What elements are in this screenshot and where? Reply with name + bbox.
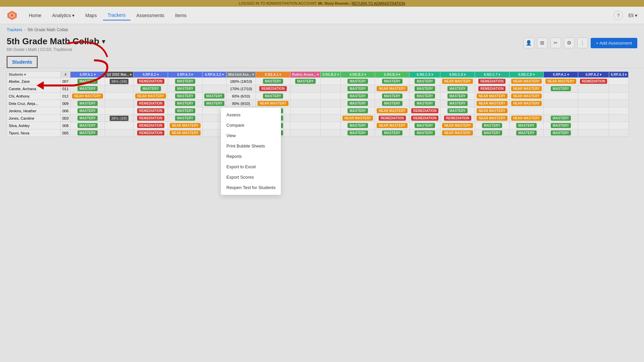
dropdown-item-assess[interactable]: Assess	[221, 110, 281, 120]
dropdown-item-view[interactable]: View	[221, 130, 281, 140]
dim-overlay	[0, 0, 644, 140]
dropdown-item-compare[interactable]: Compare	[221, 120, 281, 130]
context-dropdown-menu: AssessCompareViewPrint Bubble SheetsRepo…	[221, 107, 281, 140]
